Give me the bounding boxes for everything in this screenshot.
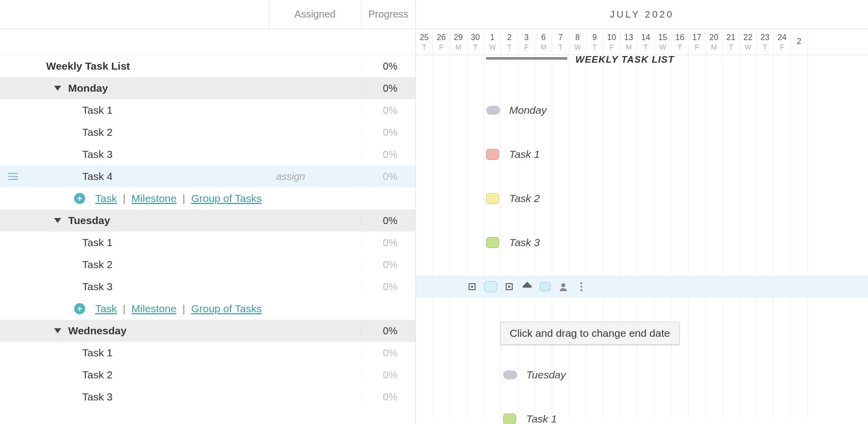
task-row[interactable]: Task 3 0%	[0, 386, 415, 408]
date-column[interactable]: 26F	[433, 29, 450, 55]
group-name: Tuesday	[68, 215, 110, 227]
group-row[interactable]: Wednesday0%	[0, 320, 415, 342]
date-column[interactable]: 22W	[740, 29, 757, 55]
task-name: Task 1	[82, 104, 113, 116]
task-bar-label: Task 1	[509, 148, 540, 160]
task-bar[interactable]	[486, 193, 499, 204]
task-progress: 0%	[383, 369, 397, 381]
date-column[interactable]: 24F	[774, 29, 791, 55]
chevron-down-icon[interactable]	[54, 218, 61, 223]
task-bar-label: Task 3	[509, 237, 540, 249]
task-progress: 0%	[383, 281, 397, 293]
task-name: Task 1	[82, 347, 113, 359]
drag-hint-tooltip: Click and drag to change end date	[500, 322, 680, 345]
task-bar-label: Task 1	[526, 413, 557, 424]
end-handle-icon[interactable]	[503, 281, 515, 293]
task-row[interactable]: Task 2 0%	[0, 254, 415, 276]
task-row[interactable]: Task 1 0%	[0, 342, 415, 364]
add-group-link[interactable]: Group of Tasks	[191, 303, 262, 314]
gantt-pane: JULY 2020 25T26F29M30T1W2T3F6M7T8W9T10F1…	[416, 0, 868, 424]
task-row[interactable]: Task 1 0%	[0, 99, 415, 121]
task-progress: 0%	[383, 259, 397, 271]
add-task-link[interactable]: Task	[95, 192, 117, 204]
task-bar[interactable]	[486, 149, 499, 160]
plus-icon[interactable]: +	[74, 303, 85, 314]
task-name: Task 3	[82, 281, 113, 293]
group-row[interactable]: Tuesday0%	[0, 209, 415, 232]
date-column[interactable]: 1W	[484, 29, 501, 55]
more-menu-icon[interactable]	[575, 281, 587, 293]
date-column[interactable]: 10F	[603, 29, 620, 55]
date-column[interactable]: 21T	[723, 29, 740, 55]
group-progress: 0%	[383, 83, 397, 94]
task-progress: 0%	[383, 391, 397, 403]
date-column[interactable]: 16T	[672, 29, 689, 55]
project-progress: 0%	[383, 61, 397, 72]
date-column[interactable]: 30T	[467, 29, 484, 55]
add-milestone-link[interactable]: Milestone	[131, 192, 176, 204]
task-inline-toolbar	[466, 281, 587, 293]
group-progress: 0%	[383, 215, 397, 227]
task-name: Task 2	[82, 126, 113, 138]
date-column[interactable]: 8W	[569, 29, 586, 55]
task-bar[interactable]	[486, 237, 499, 248]
task-name: Task 4	[82, 170, 113, 182]
group-chip[interactable]	[486, 106, 500, 115]
column-header-progress[interactable]: Progress	[361, 0, 415, 29]
date-column[interactable]: 15W	[655, 29, 672, 55]
date-column[interactable]: 25T	[416, 29, 433, 55]
chevron-down-icon[interactable]	[54, 328, 61, 333]
add-group-link[interactable]: Group of Tasks	[191, 192, 262, 204]
add-task-link[interactable]: Task	[95, 303, 117, 314]
color-picker-icon[interactable]	[539, 281, 551, 293]
group-chip[interactable]	[503, 370, 517, 379]
task-name: Task 2	[82, 369, 113, 381]
date-column[interactable]: 3F	[518, 29, 535, 55]
edit-icon[interactable]	[521, 281, 533, 293]
task-row[interactable]: Task 1 0%	[0, 232, 415, 254]
task-bar[interactable]	[503, 413, 516, 424]
group-row[interactable]: Monday0%	[0, 77, 415, 99]
timeline-date-bar[interactable]: 25T26F29M30T1W2T3F6M7T8W9T10F13M14T15W16…	[416, 29, 868, 55]
add-milestone-link[interactable]: Milestone	[131, 303, 176, 314]
assign-person-icon[interactable]	[557, 281, 569, 293]
date-column[interactable]: 13M	[620, 29, 637, 55]
add-row: + Task | Milestone | Group of Tasks	[0, 187, 415, 209]
date-column[interactable]: 6M	[535, 29, 552, 55]
project-summary-label: WEEKLY TASK LIST	[575, 54, 675, 65]
date-column[interactable]: 9T	[586, 29, 603, 55]
date-column[interactable]: 2	[791, 29, 808, 55]
date-column[interactable]: 23T	[757, 29, 774, 55]
plus-icon[interactable]: +	[74, 193, 85, 204]
task-row[interactable]: Task 3 0%	[0, 143, 415, 165]
project-summary-bar[interactable]	[486, 57, 567, 60]
task-name: Task 2	[82, 259, 113, 271]
task-bar-label: Task 2	[509, 192, 540, 204]
task-progress: 0%	[383, 127, 397, 138]
add-row: + Task | Milestone | Group of Tasks	[0, 298, 415, 320]
group-chip-label: Monday	[509, 104, 547, 116]
assign-placeholder[interactable]: assign	[276, 171, 305, 182]
date-column[interactable]: 7T	[552, 29, 569, 55]
task-row[interactable]: Task 4 assign 0%	[0, 165, 415, 187]
chevron-down-icon[interactable]	[54, 86, 61, 91]
task-progress: 0%	[383, 237, 397, 249]
column-header-assigned[interactable]: Assigned	[269, 0, 361, 29]
start-handle-icon[interactable]	[466, 281, 478, 293]
task-row[interactable]: Task 2 0%	[0, 364, 415, 386]
date-column[interactable]: 29M	[450, 29, 467, 55]
group-name: Wednesday	[68, 325, 126, 337]
task-progress: 0%	[383, 171, 397, 182]
date-column[interactable]: 2T	[501, 29, 518, 55]
drag-handle-icon[interactable]	[3, 165, 23, 187]
date-column[interactable]: 14T	[637, 29, 655, 55]
project-row[interactable]: Weekly Task List0%	[0, 55, 415, 77]
group-progress: 0%	[383, 325, 397, 337]
date-column[interactable]: 20M	[706, 29, 723, 55]
task-progress: 0%	[383, 347, 397, 359]
task-bar[interactable]	[484, 281, 497, 292]
task-name: Task 1	[82, 237, 113, 249]
task-row[interactable]: Task 3 0%	[0, 276, 415, 298]
date-column[interactable]: 17F	[689, 29, 706, 55]
task-row[interactable]: Task 2 0%	[0, 121, 415, 143]
